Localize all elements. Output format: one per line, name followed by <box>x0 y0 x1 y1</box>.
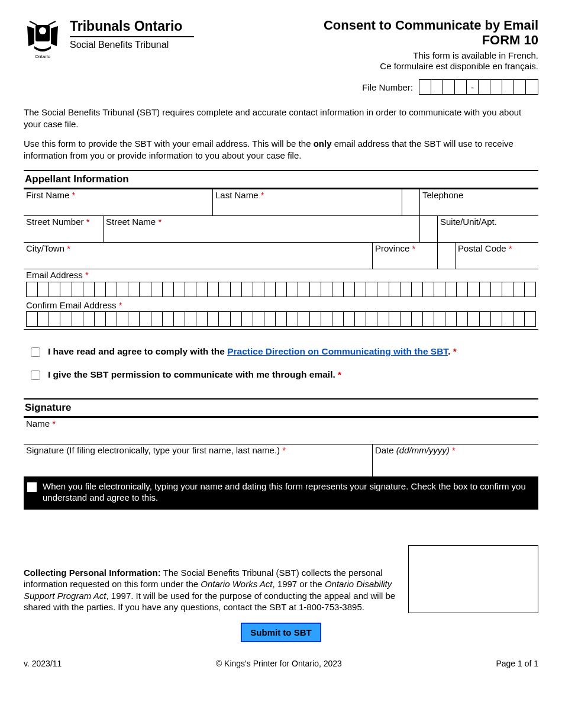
electronic-signature-checkbox[interactable] <box>27 482 37 492</box>
language-note: This form is available in French. Ce for… <box>324 50 538 73</box>
practice-direction-label: I have read and agree to comply with the… <box>48 346 457 357</box>
last-name-field[interactable]: Last Name * <box>213 189 402 215</box>
first-name-field[interactable]: First Name * <box>24 189 213 215</box>
electronic-signature-text: When you file electronically, typing you… <box>43 481 532 504</box>
practice-direction-link[interactable]: Practice Direction on Communicating with… <box>227 346 448 356</box>
brand-divider <box>70 36 194 37</box>
submit-button[interactable]: Submit to SBT <box>241 623 321 642</box>
street-number-field[interactable]: Street Number * <box>24 216 104 242</box>
email-field[interactable]: Email Address * <box>24 269 538 299</box>
appellant-heading: Appellant Information <box>24 170 538 189</box>
city-field[interactable]: City/Town * <box>24 243 373 269</box>
practice-direction-checkbox[interactable]: I have read and agree to comply with the… <box>28 346 538 359</box>
form-header: Ontario Tribunals Ontario Social Benefit… <box>24 18 538 72</box>
brand-block: Ontario Tribunals Ontario Social Benefit… <box>24 18 194 56</box>
file-number-label: File Number: <box>362 82 413 92</box>
signature-name-field[interactable]: Name * <box>24 418 538 444</box>
confirm-email-char-boxes[interactable] <box>26 311 536 327</box>
form-title: Consent to Communicate by Email FORM 10 <box>324 18 538 48</box>
postal-field[interactable]: Postal Code * <box>456 243 538 269</box>
signature-heading: Signature <box>24 398 538 417</box>
page-footer: v. 2023/11 © Kings's Printer for Ontario… <box>24 659 538 668</box>
email-char-boxes[interactable] <box>26 282 536 297</box>
svg-point-1 <box>39 27 46 34</box>
version-label: v. 2023/11 <box>24 659 62 668</box>
ontario-coat-of-arms-icon: Ontario <box>24 18 62 56</box>
appellant-section: Appellant Information First Name * Last … <box>24 170 538 330</box>
electronic-signature-consent[interactable]: When you file electronically, typing you… <box>24 476 538 510</box>
email-permission-checkbox[interactable]: I give the SBT permission to communicate… <box>28 369 538 382</box>
personal-info-notice: Collecting Personal Information: The Soc… <box>24 567 396 613</box>
signature-section: Signature Name * Signature (If filing el… <box>24 398 538 510</box>
suite-field[interactable]: Suite/Unit/Apt. <box>438 216 538 242</box>
copyright-label: © Kings's Printer for Ontario, 2023 <box>62 659 496 668</box>
signature-field[interactable]: Signature (If filing electronically, typ… <box>24 444 373 476</box>
province-field[interactable]: Province * <box>373 243 438 269</box>
telephone-field[interactable]: Telephone <box>420 189 538 215</box>
signature-date-field[interactable]: Date (dd/mm/yyyy) * <box>373 444 538 476</box>
brand-subtitle: Social Benefits Tribunal <box>70 40 194 50</box>
postal-spacer <box>438 243 456 269</box>
street-name-field[interactable]: Street Name * <box>104 216 420 242</box>
initials-box[interactable] <box>408 545 538 613</box>
intro-text: The Social Benefits Tribunal (SBT) requi… <box>24 107 538 162</box>
telephone-spacer <box>402 189 420 215</box>
suite-spacer <box>420 216 438 242</box>
brand-title: Tribunals Ontario <box>70 19 194 34</box>
page-number: Page 1 of 1 <box>496 659 538 668</box>
file-number-input[interactable]: - <box>419 79 538 95</box>
confirm-email-field[interactable]: Confirm Email Address * <box>24 299 538 330</box>
email-permission-label: I give the SBT permission to communicate… <box>48 369 341 380</box>
svg-text:Ontario: Ontario <box>35 54 51 59</box>
file-number-row: File Number: - <box>24 79 538 95</box>
